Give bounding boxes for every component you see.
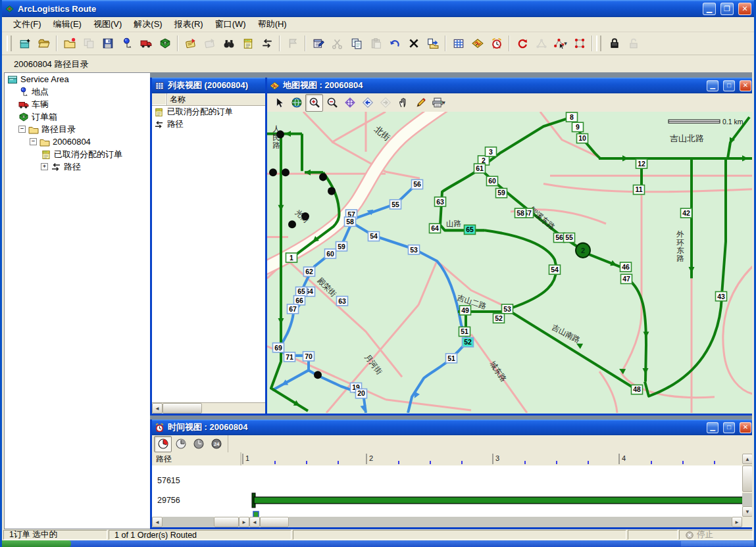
toolbar-button-new-project[interactable] bbox=[15, 34, 34, 53]
menu-item-4[interactable]: 解决(S) bbox=[128, 17, 168, 32]
timeline-row-label-57615[interactable]: 57615 bbox=[157, 476, 180, 485]
map-stop-marker-61[interactable]: 61 bbox=[474, 164, 486, 173]
timeline-row-label-29756[interactable]: 29756 bbox=[157, 496, 180, 505]
map-tool-previous-extent[interactable] bbox=[359, 94, 376, 112]
close-button[interactable]: ✕ bbox=[738, 3, 751, 15]
toolbar-button-reassign[interactable]: ▾ bbox=[551, 34, 570, 53]
map-stop-marker-53[interactable]: 53 bbox=[409, 245, 420, 254]
map-stop-marker-53[interactable]: 53 bbox=[502, 304, 513, 314]
map-stop-marker-70[interactable]: 70 bbox=[303, 352, 315, 361]
toolbar-button-move-to-folder[interactable] bbox=[423, 34, 442, 53]
map-stop-marker-49[interactable]: 49 bbox=[460, 306, 471, 315]
toolbar-button-routes[interactable] bbox=[257, 34, 276, 53]
map-stop-marker-63[interactable]: 63 bbox=[435, 197, 446, 206]
map-tool-print[interactable]: ▾ bbox=[430, 94, 447, 112]
map-stop-marker-52[interactable]: 52 bbox=[493, 314, 505, 323]
dropdown-caret-icon[interactable]: ▾ bbox=[564, 40, 567, 47]
toolbar-button-time-view[interactable] bbox=[487, 34, 506, 53]
toolbar-button-solve[interactable] bbox=[513, 34, 532, 53]
menu-item-5[interactable]: 报表(R) bbox=[168, 17, 209, 32]
map-stop-dot[interactable] bbox=[282, 168, 290, 176]
tree-item-路径[interactable]: +路径 bbox=[5, 160, 150, 173]
route-gantt-bar[interactable] bbox=[254, 497, 742, 504]
scrollbar-thumb[interactable] bbox=[163, 403, 202, 414]
map-tool-zoom-in[interactable] bbox=[305, 94, 323, 112]
map-stop-marker-58[interactable]: 58 bbox=[345, 217, 356, 226]
map-close-button[interactable]: ✕ bbox=[740, 80, 751, 91]
map-stop-marker-65[interactable]: 65 bbox=[465, 225, 476, 234]
toolbar-button-properties[interactable] bbox=[309, 34, 328, 53]
map-stop-dot[interactable] bbox=[328, 187, 336, 195]
timeline-body[interactable]: 5761529756 bbox=[152, 465, 742, 517]
tree-item-已取消分配的订单[interactable]: 已取消分配的订单 bbox=[5, 148, 150, 160]
map-tool-pan[interactable] bbox=[394, 94, 412, 112]
taskbar-button-fragment[interactable] bbox=[681, 541, 754, 546]
toolbar-button-new-folder[interactable] bbox=[60, 34, 79, 53]
tree-expander-icon[interactable]: − bbox=[18, 126, 26, 133]
time-tool-time-scale-1[interactable] bbox=[154, 436, 172, 452]
time-tool-time-scale-2[interactable] bbox=[172, 436, 189, 452]
timeline-vertical-scrollbar[interactable]: ▲ ▼ bbox=[742, 454, 752, 517]
map-stop-marker-56[interactable]: 56 bbox=[412, 179, 423, 189]
tree-item-20060804[interactable]: −20060804 bbox=[5, 135, 150, 148]
menu-item-7[interactable]: 帮助(H) bbox=[252, 17, 293, 32]
map-minimize-button[interactable]: ▁ bbox=[707, 80, 718, 91]
map-stop-marker-60[interactable]: 60 bbox=[325, 249, 336, 258]
time-view-title-bar[interactable]: 时间视图 : 20060804 ▁ □ ✕ bbox=[152, 419, 752, 435]
list-row-路径[interactable]: 路径 bbox=[152, 118, 271, 131]
toolbar-grip[interactable] bbox=[7, 36, 12, 51]
map-stop-marker-55[interactable]: 55 bbox=[564, 233, 575, 242]
toolbar-button-open-project[interactable] bbox=[34, 34, 53, 53]
time-tool-time-scale-3[interactable] bbox=[189, 436, 207, 452]
map-tool-zoom-to-selection[interactable] bbox=[341, 94, 359, 112]
time-maximize-button[interactable]: □ bbox=[723, 422, 735, 433]
toolbar-button-copy[interactable] bbox=[347, 34, 366, 53]
list-horizontal-scrollbar[interactable]: ◄ bbox=[152, 402, 271, 414]
map-stop-marker-48[interactable]: 48 bbox=[632, 385, 643, 394]
dropdown-caret-icon[interactable]: ▾ bbox=[442, 99, 445, 106]
map-stop-dot[interactable] bbox=[288, 220, 296, 228]
scroll-left-icon[interactable]: ◄ bbox=[152, 517, 163, 527]
toolbar-button-order-box[interactable] bbox=[155, 34, 174, 53]
map-stop-marker-46[interactable]: 46 bbox=[620, 262, 632, 272]
toolbar-button-delete[interactable] bbox=[404, 34, 423, 53]
map-stop-marker-71[interactable]: 71 bbox=[284, 352, 295, 362]
map-stop-marker-51[interactable]: 51 bbox=[459, 327, 470, 336]
map-stop-marker-47[interactable]: 47 bbox=[621, 274, 632, 283]
toolbar-button-vehicles[interactable] bbox=[136, 34, 155, 53]
map-stop-marker-60[interactable]: 60 bbox=[487, 176, 498, 185]
toolbar-button-undo[interactable] bbox=[385, 34, 404, 53]
map-stop-dot[interactable] bbox=[314, 371, 322, 379]
toolbar-button-locations[interactable] bbox=[117, 34, 136, 53]
toolbar-button-orders-list[interactable] bbox=[238, 34, 257, 53]
toolbar-button-map-view[interactable] bbox=[468, 34, 487, 53]
map-stop-marker-43[interactable]: 43 bbox=[716, 292, 727, 301]
map-stop-marker-12[interactable]: 12 bbox=[636, 159, 647, 168]
scrollbar-track[interactable] bbox=[163, 517, 214, 527]
minimize-button[interactable]: ▁ bbox=[703, 3, 716, 15]
menu-item-6[interactable]: 窗口(W) bbox=[209, 17, 252, 32]
menu-item-3[interactable]: 视图(V) bbox=[88, 17, 128, 32]
map-tool-full-extent[interactable] bbox=[288, 94, 305, 112]
map-stop-marker-67[interactable]: 67 bbox=[288, 304, 299, 314]
map-stop-marker-3[interactable]: 3 bbox=[486, 147, 497, 156]
tree-item-地点[interactable]: 地点 bbox=[5, 85, 150, 98]
list-row-已取消分配的订单[interactable]: 已取消分配的订单 bbox=[152, 106, 271, 118]
scrollbar-track[interactable] bbox=[289, 517, 732, 527]
map-maximize-button[interactable]: □ bbox=[723, 80, 735, 91]
scroll-up-icon[interactable]: ▲ bbox=[742, 454, 752, 464]
toolbar-button-find[interactable] bbox=[219, 34, 238, 53]
map-stop-marker-10[interactable]: 10 bbox=[577, 133, 588, 143]
map-stop-marker-20[interactable]: 20 bbox=[356, 389, 367, 398]
map-stop-dot[interactable] bbox=[269, 168, 277, 176]
tree-item-路径目录[interactable]: −路径目录 bbox=[5, 123, 150, 135]
time-tool-time-scale-4[interactable]: 24 bbox=[207, 436, 225, 452]
toolbar-button-lock[interactable] bbox=[605, 34, 624, 53]
toolbar-button-sequence[interactable] bbox=[570, 34, 589, 53]
title-bar[interactable]: ArcLogistics Route ▁ ❐ ✕ bbox=[2, 0, 754, 17]
map-view-title-bar[interactable]: 地图视图 : 20060804 ▁ □ ✕ bbox=[267, 78, 752, 93]
map-tool-draw[interactable] bbox=[412, 94, 430, 112]
map-stop-marker-66[interactable]: 66 bbox=[294, 296, 305, 305]
menu-item-1[interactable]: 文件(F) bbox=[7, 17, 47, 32]
list-column-name[interactable]: 名称 bbox=[167, 93, 271, 105]
